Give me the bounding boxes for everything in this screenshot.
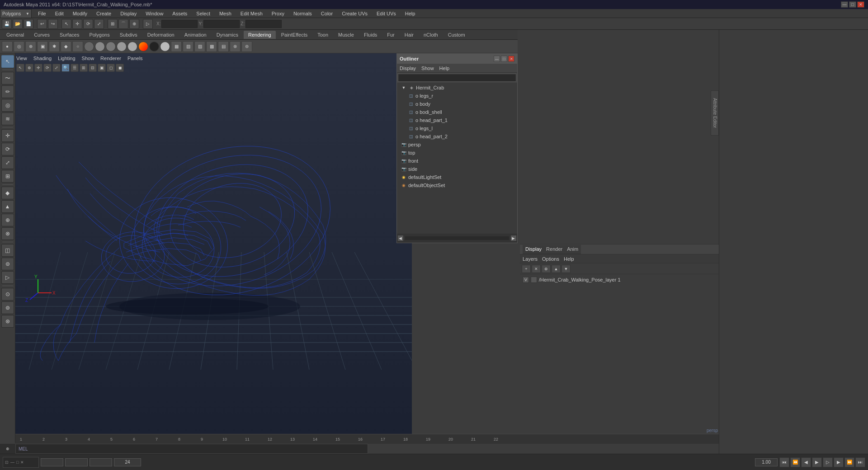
tab-surfaces[interactable]: Surfaces xyxy=(55,31,84,39)
outliner-search-input[interactable] xyxy=(398,74,516,82)
outliner-item-default-light-set[interactable]: ◉ defaultLightSet xyxy=(397,173,517,181)
menu-create-uvs[interactable]: Create UVs xyxy=(340,11,369,16)
tab-animation[interactable]: Animation xyxy=(180,31,211,39)
layer-tool-move-down[interactable]: ▼ xyxy=(561,265,571,273)
viewport-menu-shading[interactable]: Shading xyxy=(33,56,52,61)
tab-muscle[interactable]: Muscle xyxy=(334,31,359,39)
menu-edit-uvs[interactable]: Edit UVs xyxy=(375,11,398,16)
attr-editor-side-tab[interactable]: Attribute Editor xyxy=(711,90,719,136)
shelf-icon-sphere7[interactable] xyxy=(149,42,159,52)
pb-play[interactable]: ▶ xyxy=(812,457,822,467)
toolbar-save[interactable]: 💾 xyxy=(2,19,12,29)
viewport-icon-3[interactable]: ✛ xyxy=(34,64,42,72)
shelf-icon-render5[interactable]: ▤ xyxy=(218,41,229,52)
layer-tool-new[interactable]: + xyxy=(522,265,531,273)
shelf-icon-render3[interactable]: ▨ xyxy=(194,41,205,52)
tool-sculpt[interactable]: ◎ xyxy=(1,99,14,112)
outliner-maximize[interactable]: □ xyxy=(501,56,507,62)
tool-split[interactable]: ⊗ xyxy=(1,227,14,240)
shelf-icon-sphere8[interactable] xyxy=(160,42,170,52)
toolbar-select[interactable]: ↖ xyxy=(61,19,71,29)
outliner-item-bodi-shell[interactable]: ◫ o bodi_shell xyxy=(397,108,517,116)
coord-x-input[interactable] xyxy=(161,20,198,28)
shelf-icon-render4[interactable]: ▩ xyxy=(206,41,217,52)
menu-select[interactable]: Select xyxy=(194,11,212,16)
layer-tab-display[interactable]: Display xyxy=(525,246,542,252)
outliner-menu-show[interactable]: Show xyxy=(421,66,434,71)
outliner-menu-display[interactable]: Display xyxy=(400,66,416,71)
tab-rendering[interactable]: Rendering xyxy=(244,31,276,39)
shelf-icon-render1[interactable]: ▦ xyxy=(171,41,182,52)
tab-ncloth[interactable]: nCloth xyxy=(419,31,443,39)
shelf-icon-1[interactable]: ● xyxy=(2,41,13,52)
tab-fur[interactable]: Fur xyxy=(382,31,399,39)
shelf-icon-sphere3[interactable] xyxy=(106,42,116,52)
viewport-menu-panels[interactable]: Panels xyxy=(127,56,143,61)
outliner-item-default-object-set[interactable]: ◉ defaultObjectSet xyxy=(397,181,517,189)
maximize-button[interactable]: □ xyxy=(849,1,856,8)
viewport-icon-6[interactable]: 🔍 xyxy=(61,64,70,72)
shelf-icon-sphere2[interactable] xyxy=(95,42,105,52)
shelf-icon-misc1[interactable]: ⊛ xyxy=(230,41,241,52)
menu-normals[interactable]: Normals xyxy=(292,11,314,16)
layer-subtab-layers[interactable]: Layers xyxy=(523,256,538,262)
menu-color[interactable]: Color xyxy=(319,11,335,16)
viewport-icon-11[interactable]: ◻ xyxy=(107,64,115,72)
tab-curves[interactable]: Curves xyxy=(29,31,54,39)
viewport-icon-1[interactable]: ↖ xyxy=(16,64,24,72)
coord-y-input[interactable] xyxy=(203,20,240,28)
range-start-input[interactable]: 1.00 xyxy=(41,458,63,466)
outliner-menu-help[interactable]: Help xyxy=(439,66,450,71)
menu-mesh[interactable]: Mesh xyxy=(217,11,233,16)
scroll-right[interactable]: ► xyxy=(511,235,516,241)
menu-proxy[interactable]: Proxy xyxy=(270,11,286,16)
viewport-icon-8[interactable]: ⊞ xyxy=(80,64,88,72)
tab-general[interactable]: General xyxy=(2,31,28,39)
pb-play-forward[interactable]: ▷ xyxy=(823,457,833,467)
outliner-item-front[interactable]: 📷 front xyxy=(397,157,517,165)
viewport-icon-7[interactable]: ☰ xyxy=(71,64,79,72)
tab-painteffects[interactable]: PaintEffects xyxy=(277,31,312,39)
status-icon-square[interactable]: □ xyxy=(16,460,19,465)
pb-go-start[interactable]: ⏮ xyxy=(779,457,789,467)
tool-misc1[interactable]: ⊙ xyxy=(1,288,14,301)
viewport-icon-2[interactable]: ⊕ xyxy=(25,64,33,72)
coord-z-input[interactable] xyxy=(245,20,282,28)
pb-next-frame[interactable]: ▶ xyxy=(834,457,844,467)
tool-move[interactable]: ✛ xyxy=(1,129,14,142)
shelf-icon-sphere5[interactable] xyxy=(127,42,137,52)
outliner-minimize[interactable]: — xyxy=(494,56,500,62)
viewport-menu-renderer[interactable]: Renderer xyxy=(100,56,121,61)
tool-misc2[interactable]: ⊚ xyxy=(1,301,14,314)
tab-toon[interactable]: Toon xyxy=(313,31,333,39)
toolbar-new[interactable]: 📄 xyxy=(24,19,33,29)
viewport[interactable]: X Y Z xyxy=(15,53,412,443)
outliner-item-head-part2[interactable]: ◫ o head_part_2 xyxy=(397,132,517,141)
layer-select-1[interactable] xyxy=(531,277,537,283)
status-icon-x[interactable]: ✕ xyxy=(20,460,24,465)
mel-input[interactable] xyxy=(30,446,365,451)
outliner-item-side[interactable]: 📷 side xyxy=(397,165,517,173)
tool-merge[interactable]: ⊕ xyxy=(1,214,14,226)
shelf-icon-misc2[interactable]: ⊜ xyxy=(241,41,252,52)
toolbar-snap-curve[interactable]: ⌒ xyxy=(118,19,128,29)
layer-tab-render[interactable]: Render xyxy=(546,246,562,252)
menu-display[interactable]: Display xyxy=(118,11,138,16)
frame-value-input[interactable] xyxy=(114,458,141,466)
shelf-icon-sphere[interactable] xyxy=(84,42,94,52)
toolbar-move[interactable]: ✛ xyxy=(72,19,82,29)
outliner-item-legs-r[interactable]: ◫ o legs_r xyxy=(397,92,517,100)
toolbar-scale[interactable]: ⤢ xyxy=(94,19,104,29)
shelf-icon-4[interactable]: ▣ xyxy=(37,41,48,52)
tool-extrude[interactable]: ▲ xyxy=(1,200,14,213)
menu-window[interactable]: Window xyxy=(144,11,165,16)
viewport-icon-12[interactable]: ◼ xyxy=(116,64,124,72)
outliner-item-top[interactable]: 📷 top xyxy=(397,149,517,157)
tab-deformation[interactable]: Deformation xyxy=(143,31,179,39)
minimize-button[interactable]: — xyxy=(841,1,848,8)
outliner-item-persp[interactable]: 📷 persp xyxy=(397,141,517,149)
tool-render2[interactable]: ▷ xyxy=(1,271,14,284)
layer-visibility-1[interactable]: V xyxy=(523,277,529,283)
outliner-item-hermit-crab[interactable]: ▼ ◈ Hermit_Crab xyxy=(397,84,517,92)
shelf-icon-render2[interactable]: ▧ xyxy=(183,41,193,52)
